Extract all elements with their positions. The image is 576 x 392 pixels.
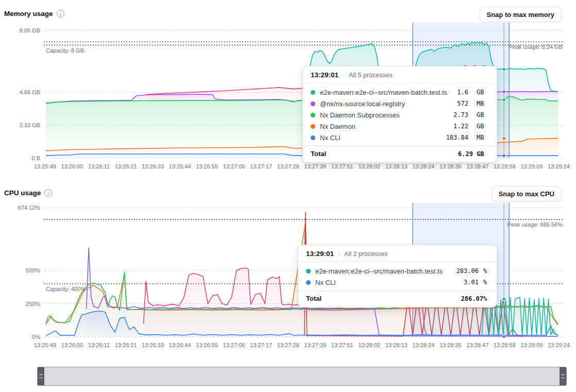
x-tick-label: 13:26:44 [169, 163, 191, 169]
tooltip-total-value: 6.29 [458, 150, 473, 158]
tooltip-total-label: Total [311, 150, 458, 158]
y-tick-label: 4.66 GB [20, 89, 40, 95]
x-tick-label: 13:26:21 [115, 163, 137, 169]
process-unit: GB [477, 123, 489, 130]
tooltip-separator: · [343, 72, 345, 79]
y-tick-label: 250% [26, 301, 40, 307]
x-tick-label: 13:27:51 [331, 342, 353, 348]
y-tick-label: 2.33 GB [20, 122, 40, 128]
x-tick-label: 13:27:28 [277, 163, 299, 169]
process-name: Nx CLI [315, 279, 459, 286]
tooltip-process-row: Nx Daemon1.22GB [303, 121, 497, 132]
x-tick-label: 13:26:55 [196, 342, 218, 348]
x-tick-label: 13:27:51 [331, 163, 353, 169]
tooltip-total-label: Total [306, 295, 461, 302]
x-tick-label: 13:27:06 [223, 342, 245, 348]
cpu-line-nx-cli [46, 311, 558, 336]
process-value: 572 [457, 100, 468, 107]
x-tick-label: 13:28:02 [358, 163, 380, 169]
tooltip-time: 13:29:01 [306, 250, 334, 258]
cpu-title-text: CPU usage [4, 189, 41, 197]
tooltip-process-row: e2e-maven:e2e-ci--src/maven-batch.test.t… [303, 87, 497, 98]
x-tick-label: 13:27:17 [250, 342, 272, 348]
x-tick-label: 13:28:13 [385, 342, 408, 348]
cpu-x-axis: 13:25:4913:26:0013:26:1113:26:2113:26:33… [34, 342, 570, 348]
x-tick-label: 13:28:58 [494, 163, 516, 169]
memory-cursor-dot [502, 90, 505, 94]
x-tick-label: 13:28:58 [494, 342, 516, 348]
info-icon[interactable]: i [44, 189, 52, 197]
memory-cursor-dot [502, 154, 505, 157]
cpu-area-nx-cli [46, 311, 558, 337]
x-tick-label: 13:29:24 [548, 342, 570, 348]
tooltip-rows: e2e-maven:e2e-ci--src/maven-batch.test.t… [303, 83, 497, 143]
x-tick-label: 13:28:35 [439, 342, 462, 348]
process-value: 283.06 [456, 267, 479, 275]
x-tick-label: 13:28:13 [385, 163, 408, 169]
snap-to-max-memory-button[interactable]: Snap to max memory [480, 7, 562, 22]
x-tick-label: 13:27:06 [223, 163, 245, 169]
x-tick-label: 13:26:00 [61, 342, 83, 348]
process-unit: GB [477, 111, 489, 118]
series-color-dot [311, 124, 315, 129]
tooltip-subtitle: All 2 processes [344, 250, 388, 258]
y-tick-label: 0% [32, 334, 40, 340]
memory-x-axis: 13:25:4913:26:0013:26:1113:26:2113:26:33… [34, 163, 570, 169]
x-tick-label: 13:28:35 [439, 163, 462, 169]
process-unit: MB [477, 134, 489, 141]
x-tick-label: 13:28:02 [358, 342, 380, 348]
memory-title-text: Memory usage [4, 10, 53, 18]
y-tick-label: 500% [26, 267, 40, 274]
x-tick-label: 13:26:44 [169, 342, 191, 348]
process-name: Nx CLI [320, 134, 442, 142]
process-name: e2e-maven:e2e-ci--src/maven-batch.test.t… [320, 89, 452, 96]
tooltip-total-row: Total 6.29 GB [303, 146, 497, 162]
memory-capacity-label: Capacity: 8 GB [46, 47, 84, 54]
series-color-dot [311, 90, 315, 95]
x-tick-label: 13:28:24 [412, 342, 434, 348]
cpu-tooltip: 13:29:01 · All 2 processes e2e-maven:e2e… [298, 245, 497, 308]
y-tick-label: 0 B [31, 155, 40, 161]
process-unit: % [483, 267, 489, 275]
cpu-cursor-dot [502, 297, 505, 301]
cpu-capacity-label: Capacity: 400% [46, 286, 86, 292]
x-tick-label: 13:27:17 [250, 163, 272, 169]
tooltip-process-row: @nx/nx-source:local-registry572MB [303, 98, 497, 109]
tooltip-process-row: Nx CLI183.84MB [303, 132, 497, 143]
process-name: e2e-maven:e2e-ci--src/maven-batch.test.t… [315, 267, 452, 275]
memory-chart-title: Memory usage i [4, 10, 64, 18]
x-tick-label: 13:26:00 [61, 163, 83, 169]
tooltip-rows: e2e-maven:e2e-ci--src/maven-batch.test.t… [298, 262, 497, 288]
x-tick-label: 13:26:55 [196, 163, 218, 169]
tooltip-header: 13:29:01 · All 5 processes [303, 66, 497, 83]
series-color-dot [306, 269, 311, 274]
process-value: 1.22 [453, 123, 468, 130]
series-color-dot [311, 135, 315, 140]
cpu-cursor-dot [502, 335, 505, 338]
tooltip-subtitle: All 5 processes [349, 72, 393, 79]
process-value: 183.84 [446, 134, 468, 141]
x-tick-label: 13:29:24 [548, 163, 570, 169]
tooltip-total-unit: GB [477, 150, 489, 158]
x-tick-label: 13:27:39 [304, 342, 326, 348]
info-icon[interactable]: i [57, 10, 64, 18]
process-value: 1.6 [457, 89, 468, 96]
memory-cursor-dot [502, 137, 505, 140]
tooltip-header: 13:29:01 · All 2 processes [298, 245, 497, 262]
process-name: Nx Daemon [320, 123, 449, 130]
x-tick-label: 13:26:11 [88, 342, 110, 348]
x-tick-label: 13:27:39 [304, 163, 326, 169]
timeline-scrubber[interactable] [37, 367, 567, 386]
series-color-dot [311, 113, 315, 117]
memory-peak-label: Peak usage: 8.24 GB [509, 44, 563, 50]
x-tick-label: 13:26:11 [88, 163, 110, 169]
snap-to-max-cpu-button[interactable]: Snap to max CPU [492, 186, 562, 201]
y-tick-label: 9.06 GB [20, 27, 40, 33]
scrubber-right-handle[interactable] [560, 367, 566, 385]
grip-icon [561, 374, 565, 378]
series-color-dot [311, 101, 315, 106]
x-tick-label: 13:26:33 [142, 342, 164, 348]
process-name: Nx Daemon Subprocesses [320, 111, 449, 119]
process-value: 3.01 [464, 279, 479, 286]
scrubber-left-handle[interactable] [38, 367, 44, 385]
